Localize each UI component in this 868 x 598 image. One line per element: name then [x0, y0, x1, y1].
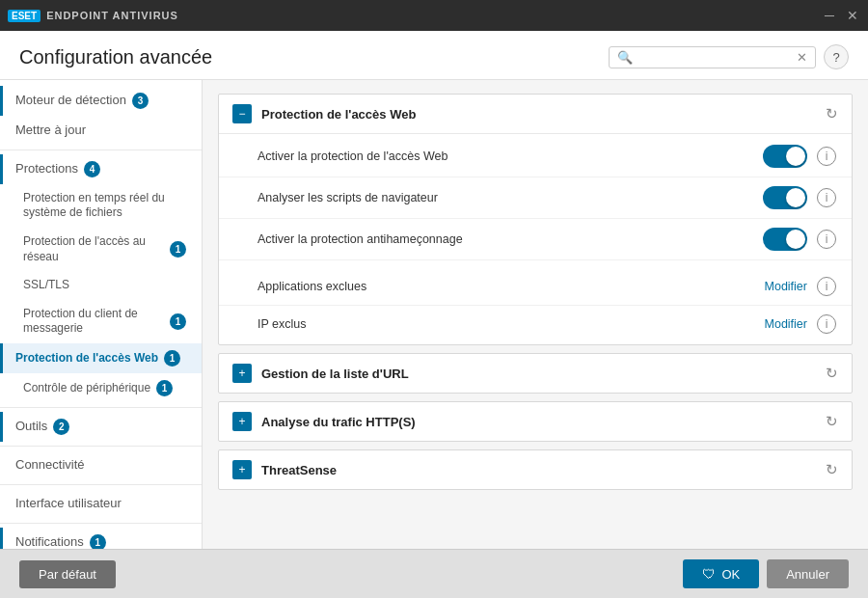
header-right: 🔍 ✕ ? — [609, 44, 849, 69]
sidebar-item-label: Protections — [15, 161, 78, 177]
reset-icon[interactable]: ↻ — [826, 365, 838, 382]
setting-label: Analyser les scripts de navigateur — [258, 191, 763, 204]
section-header-protection-acces-web[interactable]: − Protection de l'accès Web ↻ — [219, 95, 852, 133]
sidebar-item-protection-messagerie[interactable]: Protection du client de messagerie 1 — [0, 300, 202, 343]
modifier-ip-link[interactable]: Modifier — [765, 317, 807, 331]
titlebar: ESET ENDPOINT ANTIVIRUS ─ ✕ — [0, 0, 868, 31]
section-analyse-trafic: + Analyse du trafic HTTP(S) ↻ — [218, 401, 853, 442]
sidebar-item-label: Mettre à jour — [15, 122, 86, 139]
section-content: Activer la protection de l'accès Web i A… — [219, 133, 852, 344]
sidebar-badge: 1 — [170, 241, 186, 258]
info-icon[interactable]: i — [817, 230, 836, 249]
info-icon[interactable]: i — [817, 277, 836, 296]
setting-action: Modifier i — [765, 314, 836, 334]
toggle-activer-protection[interactable] — [763, 145, 807, 168]
sidebar-item-notifications[interactable]: Notifications 1 — [0, 528, 202, 549]
app-title: ENDPOINT ANTIVIRUS — [46, 10, 178, 21]
sidebar-badge: 1 — [90, 534, 106, 549]
reset-icon[interactable]: ↻ — [826, 105, 838, 122]
expand-icon: + — [232, 412, 252, 431]
sidebar-item-protection-acces-reseau[interactable]: Protection de l'accès au réseau 1 — [0, 228, 202, 271]
content-area: Moteur de détection 3 Mettre à jour Prot… — [0, 80, 868, 549]
sidebar-item-label: Moteur de détection — [15, 93, 126, 109]
sidebar-item-label: Protection de l'accès Web — [15, 351, 158, 367]
sidebar-divider-3 — [0, 446, 202, 447]
sidebar: Moteur de détection 3 Mettre à jour Prot… — [0, 80, 203, 549]
sidebar-item-label: Protection en temps réel du système de f… — [23, 191, 186, 221]
sidebar-item-moteur-detection[interactable]: Moteur de détection 3 — [0, 86, 202, 116]
sidebar-badge: 1 — [164, 350, 180, 367]
modifier-applications-link[interactable]: Modifier — [765, 280, 807, 293]
close-button[interactable]: ✕ — [845, 8, 860, 23]
sidebar-item-outils[interactable]: Outils 2 — [0, 412, 202, 442]
toggle-analyser-scripts[interactable] — [763, 186, 807, 209]
sidebar-item-label: Contrôle de périphérique — [23, 381, 150, 396]
footer: Par défaut 🛡 OK Annuler — [0, 549, 868, 598]
sidebar-item-label: Protection du client de messagerie — [23, 307, 164, 337]
sidebar-item-interface-utilisateur[interactable]: Interface utilisateur — [0, 489, 202, 519]
setting-action: Modifier i — [765, 277, 836, 296]
section-header-gestion-liste-url[interactable]: + Gestion de la liste d'URL ↻ — [219, 354, 852, 393]
default-button[interactable]: Par défaut — [19, 560, 116, 588]
sidebar-item-mettre-a-jour[interactable]: Mettre à jour — [0, 116, 202, 146]
footer-right: 🛡 OK Annuler — [683, 559, 849, 588]
sidebar-item-protection-acces-web[interactable]: Protection de l'accès Web 1 — [0, 343, 202, 373]
search-box: 🔍 ✕ — [609, 46, 816, 68]
header: Configuration avancée 🔍 ✕ ? — [0, 31, 868, 80]
section-header-threatsense[interactable]: + ThreatSense ↻ — [219, 450, 852, 489]
setting-label: Activer la protection antihameçonnage — [258, 232, 763, 246]
sidebar-item-label: Notifications — [15, 534, 84, 549]
sidebar-divider-4 — [0, 484, 202, 485]
setting-label: Activer la protection de l'accès Web — [258, 150, 763, 163]
search-clear-icon[interactable]: ✕ — [797, 50, 807, 65]
sidebar-badge: 2 — [53, 419, 69, 435]
sidebar-badge: 1 — [170, 313, 186, 330]
spacer — [219, 260, 852, 268]
sidebar-item-connectivite[interactable]: Connectivité — [0, 450, 202, 480]
section-protection-acces-web: − Protection de l'accès Web ↻ Activer la… — [218, 94, 853, 345]
setting-row-activer-protection: Activer la protection de l'accès Web i — [219, 136, 852, 177]
sidebar-badge: 3 — [132, 93, 149, 109]
collapse-icon: − — [232, 104, 252, 123]
sidebar-item-label: Outils — [15, 419, 47, 435]
main-container: Configuration avancée 🔍 ✕ ? Moteur de dé… — [0, 31, 868, 598]
sidebar-item-controle-peripherique[interactable]: Contrôle de périphérique 1 — [0, 373, 202, 403]
search-input[interactable] — [637, 50, 792, 64]
sidebar-badge: 4 — [84, 161, 100, 177]
info-icon[interactable]: i — [817, 147, 836, 166]
ok-button[interactable]: 🛡 OK — [683, 559, 759, 588]
info-icon[interactable]: i — [817, 314, 836, 334]
section-title: Protection de l'accès Web — [261, 107, 826, 122]
minimize-button[interactable]: ─ — [822, 8, 837, 23]
sidebar-item-label: Connectivité — [15, 457, 85, 474]
sidebar-item-protections[interactable]: Protections 4 — [0, 154, 202, 184]
reset-icon[interactable]: ↻ — [826, 461, 838, 478]
setting-row-applications-exclues: Applications exclues Modifier i — [219, 268, 852, 306]
setting-row-analyser-scripts: Analyser les scripts de navigateur i — [219, 177, 852, 219]
sidebar-divider-2 — [0, 407, 202, 408]
setting-action: i — [763, 186, 836, 209]
sidebar-divider-1 — [0, 150, 202, 150]
setting-action: i — [763, 145, 836, 168]
search-icon: 🔍 — [617, 50, 633, 65]
toggle-antihameconnage[interactable] — [763, 228, 807, 251]
info-icon[interactable]: i — [817, 188, 836, 207]
sidebar-badge: 1 — [156, 380, 173, 396]
shield-icon: 🛡 — [702, 566, 716, 582]
section-threatsense: + ThreatSense ↻ — [218, 449, 853, 490]
sidebar-item-protection-temps-reel[interactable]: Protection en temps réel du système de f… — [0, 184, 202, 228]
section-title: Analyse du trafic HTTP(S) — [261, 415, 826, 429]
sidebar-item-ssl-tls[interactable]: SSL/TLS — [0, 271, 202, 300]
cancel-button[interactable]: Annuler — [767, 559, 849, 588]
setting-row-antihameconnage: Activer la protection antihameçonnage i — [219, 219, 852, 260]
sidebar-item-label: SSL/TLS — [23, 278, 69, 293]
reset-icon[interactable]: ↻ — [826, 413, 838, 430]
section-title: ThreatSense — [261, 463, 826, 477]
help-button[interactable]: ? — [824, 44, 849, 69]
section-title: Gestion de la liste d'URL — [261, 367, 826, 381]
main-panel: − Protection de l'accès Web ↻ Activer la… — [203, 80, 868, 549]
setting-row-ip-exclus: IP exclus Modifier i — [219, 306, 852, 342]
expand-icon: + — [232, 364, 252, 383]
section-header-analyse-trafic[interactable]: + Analyse du trafic HTTP(S) ↻ — [219, 402, 852, 441]
setting-action: i — [763, 228, 836, 251]
